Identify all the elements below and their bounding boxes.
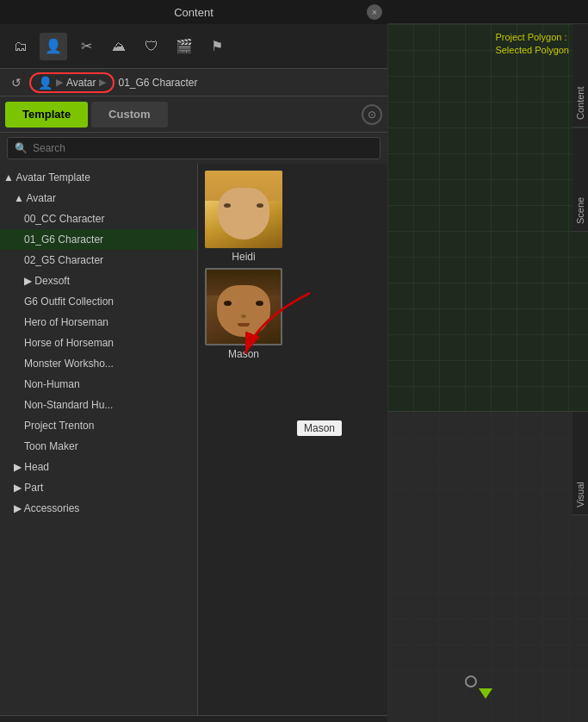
- plus-button-right[interactable]: +: [356, 719, 381, 723]
- folder-icon[interactable]: 🗂: [7, 33, 34, 60]
- search-input[interactable]: [33, 142, 373, 154]
- list-item[interactable]: Mason: [205, 268, 282, 360]
- tree-root-label: ▲ Avatar Template: [3, 171, 90, 184]
- tree-dexsoft-label: ▶ Dexsoft: [24, 275, 70, 287]
- title-text: Content: [174, 6, 214, 19]
- tab-template[interactable]: Template: [5, 102, 88, 128]
- person-icon[interactable]: 👤: [40, 33, 67, 60]
- green-triangle: [479, 688, 492, 699]
- breadcrumb-avatar[interactable]: Avatar: [66, 77, 96, 89]
- tree-nonhuman-label: Non-Human: [24, 378, 80, 390]
- breadcrumb-oval: 👤 ▶ Avatar ▶: [29, 72, 115, 93]
- tree-nonstandard-label: Non-Standard Hu...: [24, 399, 113, 411]
- mountain-icon[interactable]: ⛰: [105, 33, 133, 60]
- tree-accessories-label: ▶ Accessories: [14, 502, 79, 514]
- down-button-left[interactable]: ↓: [7, 719, 31, 723]
- tree-hero-horseman[interactable]: Hero of Horseman: [0, 312, 197, 333]
- tree-dexsoft[interactable]: ▶ Dexsoft: [0, 271, 197, 291]
- tree-root[interactable]: ▲ Avatar Template: [0, 167, 197, 188]
- back-button[interactable]: ↺: [7, 73, 26, 92]
- tree-projecttrenton-label: Project Trenton: [24, 420, 94, 432]
- mason-tooltip: Mason: [297, 420, 342, 436]
- tree-monster-label: Monster Worksho...: [24, 358, 114, 370]
- heidi-thumbnail[interactable]: [205, 171, 282, 248]
- tree-02g5-label: 02_G5 Character: [24, 254, 103, 266]
- tree-00cc[interactable]: 00_CC Character: [0, 209, 197, 229]
- scene-grid: [387, 24, 588, 411]
- mason-label: Mason: [228, 348, 259, 360]
- content-panel: 🗂 👤 ✂ ⛰ 🛡 🎬 ⚑ ↺ 👤 ▶ Avatar ▶ 01_G6 Chara…: [0, 24, 387, 722]
- tree-horse-horseman-label: Horse of Horseman: [24, 337, 114, 349]
- title-bar: Content ×: [0, 0, 387, 24]
- tree-nonhuman[interactable]: Non-Human: [0, 374, 197, 395]
- content-split: ▲ Avatar Template ▲ Avatar 00_CC Charact…: [0, 164, 387, 715]
- tree-panel: ▲ Avatar Template ▲ Avatar 00_CC Charact…: [0, 164, 198, 715]
- tree-01g6[interactable]: 01_G6 Character: [0, 229, 197, 250]
- vtab-scene[interactable]: Scene: [573, 128, 588, 232]
- vtab-content[interactable]: Content: [573, 24, 588, 128]
- film-icon[interactable]: 🎬: [170, 33, 198, 60]
- tab-custom[interactable]: Custom: [91, 102, 167, 128]
- mason-thumbnail[interactable]: [205, 268, 282, 345]
- breadcrumb: ↺ 👤 ▶ Avatar ▶ 01_G6 Character: [0, 69, 387, 96]
- tree-head-label: ▶ Head: [14, 461, 49, 473]
- tree-nonstandard[interactable]: Non-Standard Hu...: [0, 395, 197, 415]
- breadcrumb-person-icon: 👤: [38, 76, 53, 90]
- search-bar: 🔍: [0, 133, 387, 164]
- icon-toolbar: 🗂 👤 ✂ ⛰ 🛡 🎬 ⚑: [0, 24, 387, 69]
- right-side: Project Polygon : Selected Polygon Conte…: [387, 24, 588, 722]
- vtab-visual[interactable]: Visual: [573, 412, 588, 515]
- tree-avatar[interactable]: ▲ Avatar: [0, 188, 197, 209]
- flag-icon[interactable]: ⚑: [203, 33, 231, 60]
- tool-icon[interactable]: ✂: [72, 33, 100, 60]
- tree-head[interactable]: ▶ Head: [0, 457, 197, 477]
- tree-hero-horseman-label: Hero of Horseman: [24, 316, 108, 328]
- tree-accessories[interactable]: ▶ Accessories: [0, 498, 197, 519]
- tree-projecttrenton[interactable]: Project Trenton: [0, 415, 197, 436]
- visual-grid: [387, 412, 588, 722]
- bottom-toolbar: ↓ + ↓ +: [0, 715, 387, 722]
- shield-icon[interactable]: 🛡: [138, 33, 165, 60]
- tree-01g6-label: 01_G6 Character: [24, 233, 103, 246]
- close-button[interactable]: ×: [367, 4, 382, 20]
- tree-00cc-label: 00_CC Character: [24, 213, 104, 225]
- plus-button-left[interactable]: +: [34, 719, 59, 723]
- circle-node: [465, 675, 477, 688]
- tree-avatar-label: ▲ Avatar: [14, 192, 56, 204]
- tree-02g5[interactable]: 02_G5 Character: [0, 250, 197, 271]
- breadcrumb-current: 01_G6 Character: [118, 77, 197, 89]
- list-item[interactable]: Heidi: [205, 171, 282, 263]
- tree-g6outfit-label: G6 Outfit Collection: [24, 296, 114, 308]
- scene-area: Project Polygon : Selected Polygon: [387, 24, 588, 411]
- tree-monster[interactable]: Monster Worksho...: [0, 353, 197, 374]
- tree-toonmaker-label: Toon Maker: [24, 440, 78, 452]
- tree-g6outfit[interactable]: G6 Outfit Collection: [0, 291, 197, 312]
- tree-toonmaker[interactable]: Toon Maker: [0, 436, 197, 457]
- options-button[interactable]: ⊙: [362, 104, 382, 125]
- tree-horse-horseman[interactable]: Horse of Horseman: [0, 333, 197, 353]
- search-icon: 🔍: [15, 142, 28, 154]
- grid-panel: Heidi: [198, 164, 387, 715]
- down-button-right[interactable]: ↓: [329, 719, 353, 723]
- project-polygon-text: Project Polygon : Selected Polygon: [495, 31, 569, 58]
- heidi-label: Heidi: [232, 251, 255, 263]
- search-input-wrap: 🔍: [7, 137, 381, 159]
- tabs-bar: Template Custom ⊙: [0, 96, 387, 133]
- tree-part-label: ▶ Part: [14, 482, 43, 494]
- tree-part[interactable]: ▶ Part: [0, 477, 197, 498]
